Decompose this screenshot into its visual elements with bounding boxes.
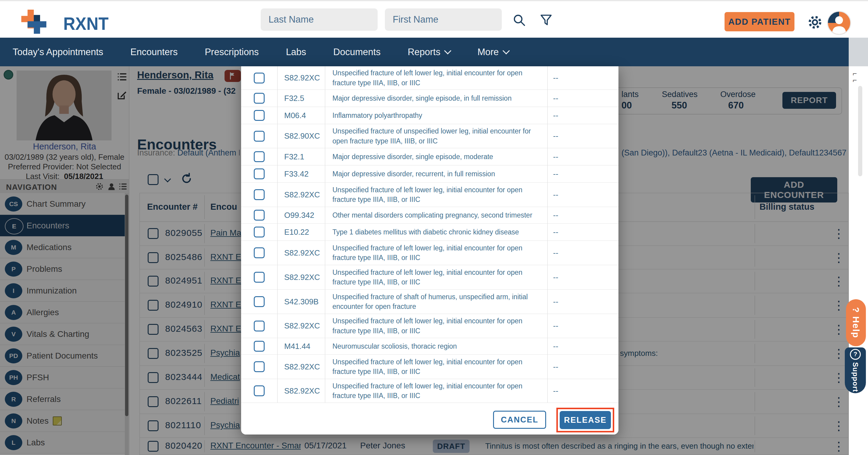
diagnosis-code: S42.309B	[277, 290, 325, 314]
diagnosis-code: O99.342	[277, 207, 325, 223]
diagnosis-checkbox[interactable]	[254, 272, 265, 283]
diagnosis-row: F32.1Major depressive disorder, single e…	[241, 148, 618, 165]
last-name-input[interactable]	[261, 8, 378, 31]
diagnosis-code: F33.42	[277, 165, 325, 182]
settings-gear-icon[interactable]	[807, 14, 823, 30]
diagnosis-description: Unspecified fracture of left lower leg, …	[325, 241, 547, 265]
diagnosis-row: O99.342Other mental disorders complicati…	[241, 207, 618, 224]
add-patient-button[interactable]: ADD PATIENT	[724, 12, 795, 31]
diagnosis-code: S82.92XC	[277, 314, 325, 338]
diagnosis-checkbox-cell	[241, 355, 277, 379]
first-name-input[interactable]	[385, 8, 502, 31]
diagnosis-checkbox[interactable]	[254, 131, 265, 142]
diagnosis-checkbox-cell	[241, 379, 277, 402]
diagnosis-checkbox[interactable]	[254, 110, 265, 121]
search-icon[interactable]	[513, 13, 526, 27]
main-navbar: Today's AppointmentsEncountersPrescripti…	[0, 38, 868, 66]
filter-icon[interactable]	[539, 13, 553, 27]
diagnosis-description: Unspecified fracture of left lower leg, …	[325, 355, 547, 379]
diagnosis-value: --	[547, 148, 618, 165]
user-avatar[interactable]	[827, 11, 851, 35]
nav-item-documents[interactable]: Documents	[333, 47, 381, 58]
diagnosis-code: S82.92XC	[277, 355, 325, 379]
diagnosis-checkbox-cell	[241, 207, 277, 223]
diagnosis-checkbox-cell	[241, 224, 277, 240]
top-header: RXNT ADD PATIENT	[0, 0, 868, 39]
modal-footer: CANCEL RELEASE	[241, 403, 618, 434]
diagnosis-checkbox-cell	[241, 124, 277, 148]
diagnosis-checkbox[interactable]	[254, 361, 265, 372]
diagnosis-description: Unspecified fracture of left lower leg, …	[325, 379, 547, 402]
nav-item-today-s-appointments[interactable]: Today's Appointments	[13, 47, 103, 58]
diagnosis-value: --	[547, 107, 618, 124]
rxnt-plus-icon	[18, 8, 63, 36]
cancel-button[interactable]: CANCEL	[493, 411, 546, 429]
rxnt-logo[interactable]: RXNT	[18, 8, 108, 35]
nav-item-more[interactable]: More	[477, 47, 509, 58]
diagnosis-checkbox[interactable]	[254, 93, 265, 104]
nav-item-prescriptions[interactable]: Prescriptions	[205, 47, 258, 58]
diagnosis-row: F33.42Major depressive disorder, recurre…	[241, 165, 618, 183]
diagnosis-description: Unspecified fracture of unspecified lowe…	[325, 124, 547, 148]
diagnosis-value: --	[547, 183, 618, 207]
diagnosis-description: Major depressive disorder, single episod…	[325, 148, 547, 165]
help-tab[interactable]: ? Help	[846, 299, 866, 346]
diagnosis-checkbox[interactable]	[254, 341, 265, 352]
nav-item-label: Encounters	[130, 47, 178, 58]
diagnosis-code: F32.1	[277, 148, 325, 165]
diagnosis-checkbox-cell	[241, 338, 277, 354]
diagnosis-row: S42.309BUnspecified fracture of shaft of…	[241, 290, 618, 314]
diagnosis-description: Unspecified fracture of left lower leg, …	[325, 183, 547, 207]
release-button[interactable]: RELEASE	[560, 411, 611, 429]
diagnosis-code: M06.4	[277, 107, 325, 124]
diagnosis-value: --	[547, 265, 618, 289]
nav-item-label: Prescriptions	[205, 47, 258, 58]
diagnosis-code: S82.92XC	[277, 265, 325, 289]
diagnosis-checkbox[interactable]	[254, 210, 265, 221]
diagnosis-code: S82.90XC	[277, 124, 325, 148]
release-highlight-ring: RELEASE	[556, 408, 614, 432]
diagnosis-value: --	[547, 314, 618, 338]
nav-item-label: Labs	[286, 47, 306, 58]
nav-item-labs[interactable]: Labs	[286, 47, 306, 58]
diagnosis-description: Type 1 diabetes mellitus with diabetic c…	[325, 224, 547, 240]
diagnosis-description: Unspecified fracture of left lower leg, …	[325, 265, 547, 289]
diagnosis-value: --	[547, 355, 618, 379]
nav-item-label: More	[477, 47, 499, 58]
nav-item-encounters[interactable]: Encounters	[130, 47, 178, 58]
support-tab[interactable]: ? Support	[845, 348, 866, 393]
diagnosis-checkbox-cell	[241, 183, 277, 207]
diagnosis-row: E10.22Type 1 diabetes mellitus with diab…	[241, 224, 618, 241]
diagnosis-code: S82.92XC	[277, 183, 325, 207]
diagnosis-value: --	[547, 224, 618, 240]
diagnosis-description: Neuromuscular scoliosis, thoracic region	[325, 338, 547, 354]
diagnosis-checkbox[interactable]	[254, 385, 265, 396]
diagnosis-checkbox[interactable]	[254, 296, 265, 307]
diagnosis-description: Other mental disorders complicating preg…	[325, 207, 547, 223]
diagnosis-checkbox[interactable]	[254, 227, 265, 237]
diagnosis-description: Unspecified fracture of left lower leg, …	[325, 66, 547, 90]
collapse-panel-icon[interactable]: ⌐⌐	[852, 70, 857, 84]
diagnosis-checkbox-cell	[241, 265, 277, 289]
page-scrollbar-thumb[interactable]	[858, 86, 862, 176]
diagnosis-value: --	[547, 165, 618, 182]
diagnosis-checkbox-cell	[241, 148, 277, 165]
diagnosis-value: --	[547, 379, 618, 402]
diagnosis-code: E10.22	[277, 224, 325, 240]
diagnosis-value: --	[547, 241, 618, 265]
rxnt-app: RXNT ADD PATIENT Today's AppointmentsEnc…	[0, 0, 868, 455]
diagnosis-description: Unspecified fracture of left lower leg, …	[325, 314, 547, 338]
diagnosis-checkbox-cell	[241, 290, 277, 314]
diagnosis-checkbox[interactable]	[254, 321, 265, 331]
diagnosis-value: --	[547, 338, 618, 354]
diagnosis-checkbox[interactable]	[254, 151, 265, 162]
diagnosis-checkbox[interactable]	[254, 168, 265, 179]
diagnosis-row: M41.44Neuromuscular scoliosis, thoracic …	[241, 338, 618, 355]
chevron-down-icon	[502, 47, 510, 54]
diagnosis-checkbox[interactable]	[254, 248, 265, 258]
diagnosis-checkbox[interactable]	[254, 73, 265, 84]
diagnosis-checkbox[interactable]	[254, 189, 265, 200]
diagnosis-row: S82.92XCUnspecified fracture of left low…	[241, 183, 618, 207]
nav-item-reports[interactable]: Reports	[408, 47, 451, 58]
content-area: Henderson, Rita 03/02/1989 (32 years old…	[0, 66, 868, 455]
